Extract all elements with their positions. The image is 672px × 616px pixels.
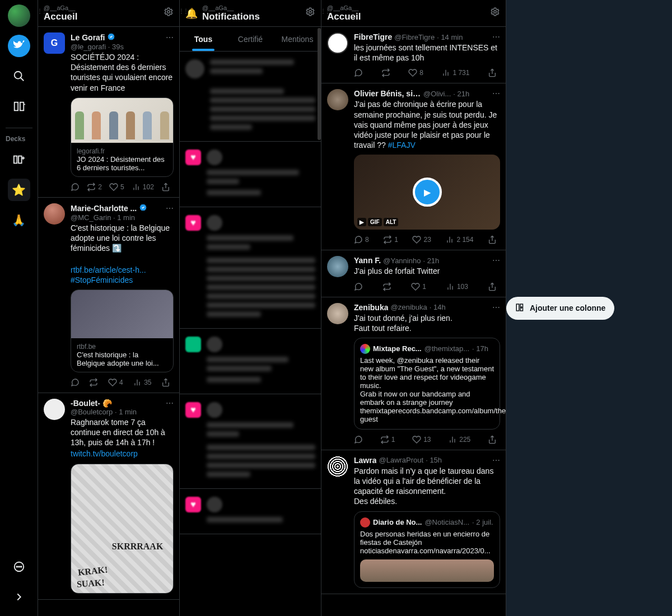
more-icon[interactable]: ⋯	[166, 399, 174, 408]
more-icon[interactable]: ⋯	[166, 33, 174, 42]
avatar[interactable]: G	[44, 32, 65, 54]
more-icon[interactable]: ⋯	[492, 256, 500, 265]
tab-verified[interactable]: Certifié	[227, 27, 274, 51]
deck-pray[interactable]: 🙏	[8, 209, 30, 231]
tab-mentions[interactable]: Mentions	[274, 27, 321, 51]
like-button[interactable]: 8	[408, 68, 423, 77]
collapse-button[interactable]	[8, 586, 30, 608]
reply-button[interactable]	[354, 68, 363, 77]
card-domain: legorafi.fr	[77, 147, 167, 155]
avatar[interactable]	[327, 32, 348, 54]
tweet-link[interactable]: rtbf.be/article/cest-h...	[71, 265, 146, 274]
avatar[interactable]	[327, 256, 348, 277]
views-button[interactable]: 2 154	[445, 235, 473, 244]
notification-item[interactable]	[180, 329, 321, 394]
tweet[interactable]: Zenibuka @zenibuka · 14h ⋯ J'ai tout don…	[321, 297, 506, 450]
link-card[interactable]: legorafi.fr JO 2024 : Désistement des 6 …	[71, 97, 174, 177]
retweet-button[interactable]	[382, 282, 391, 291]
views-button[interactable]: 35	[133, 378, 151, 387]
reply-button[interactable]: 8	[354, 235, 369, 244]
more-icon[interactable]: ⋯	[492, 303, 500, 312]
like-button[interactable]: 13	[412, 435, 431, 444]
more-icon[interactable]: ⋯	[492, 32, 500, 41]
drag-handle-icon[interactable]: ⋮⋮	[38, 8, 46, 14]
tweet[interactable]: G Le Gorafi ⋯ @le_gorafi · 39s SOCIÉTÉJO…	[38, 27, 179, 198]
tweet-time[interactable]: 39s	[112, 43, 124, 51]
author-name[interactable]: Marie-Charlotte ...	[71, 204, 137, 213]
views-button[interactable]: 225	[448, 435, 470, 444]
like-button[interactable]: 5	[109, 183, 124, 192]
columns-icon	[12, 100, 26, 113]
views-button[interactable]: 103	[446, 282, 468, 291]
tab-all[interactable]: Tous	[180, 27, 227, 51]
deck-star[interactable]: ⭐	[8, 179, 30, 201]
retweet-button[interactable]: 2	[87, 183, 102, 192]
tweet[interactable]: Marie-Charlotte ... ⋯ @MC_Garin · 1 min …	[38, 198, 179, 393]
tweet[interactable]: Yann F. @Yanninho · 21h ⋯ J'ai plus de f…	[321, 250, 506, 297]
like-button[interactable]: 23	[412, 235, 431, 244]
retweet-button[interactable]: 1	[380, 435, 395, 444]
author-handle[interactable]: @le_gorafi	[71, 43, 106, 51]
quoted-tweet[interactable]: Diario de No... @NoticiasN... · 2 juil. …	[354, 511, 500, 588]
badge-alt[interactable]: ALT	[384, 218, 399, 226]
more-icon[interactable]: ⋯	[492, 89, 500, 98]
video-player[interactable]: ▶ ▶ GIF ALT	[354, 155, 500, 230]
column-settings-button[interactable]	[305, 7, 315, 19]
notification-item[interactable]: ♥	[180, 489, 321, 534]
search-button[interactable]	[8, 65, 30, 87]
share-button[interactable]	[488, 235, 497, 244]
tweet[interactable]: -Boulet- 🥐 ⋯ @Bouletcorp · 1 min Raghnar…	[38, 393, 179, 600]
tweet[interactable]: FibreTigre @FibreTigre · 14 min ⋯ les jo…	[321, 27, 506, 83]
reply-button[interactable]	[354, 282, 363, 291]
views-button[interactable]: 1 731	[441, 68, 469, 77]
tweet[interactable]: Olivier Bénis, si si c'... @Olivi... · 2…	[321, 83, 506, 250]
retweet-button[interactable]: 1	[383, 235, 398, 244]
avatar[interactable]	[327, 89, 348, 110]
retweet-button[interactable]	[89, 378, 98, 387]
quoted-tweet[interactable]: Mixtape Rec... @themixtap... · 17h Last …	[354, 338, 500, 430]
more-icon[interactable]: ⋯	[492, 456, 500, 465]
hashtag[interactable]: #StopFéminicides	[71, 276, 133, 284]
add-column-button[interactable]: Ajouter une colonne	[506, 297, 614, 320]
more-icon[interactable]: ⋯	[166, 204, 174, 213]
retweet-icon	[185, 337, 201, 352]
avatar[interactable]	[44, 399, 65, 420]
column-handle: @__aGa__	[44, 4, 77, 11]
play-icon[interactable]: ▶	[413, 178, 442, 207]
column-settings-button[interactable]	[164, 7, 174, 19]
manage-columns-button[interactable]	[8, 95, 30, 118]
author-name[interactable]: -Boulet-	[71, 399, 100, 408]
drag-handle-icon[interactable]: ⋮⋮	[321, 8, 329, 14]
column-settings-button[interactable]	[490, 7, 500, 19]
new-deck-button[interactable]	[8, 148, 30, 171]
notification-item[interactable]: ♥	[180, 142, 321, 207]
avatar[interactable]	[327, 456, 348, 477]
author-name[interactable]: Le Gorafi	[71, 33, 105, 42]
retweet-button[interactable]	[381, 68, 390, 77]
notification-item[interactable]: ♥	[180, 394, 321, 489]
share-button[interactable]	[161, 378, 170, 387]
drag-handle-icon[interactable]: ⋮⋮	[180, 8, 188, 14]
tweet[interactable]: Lawra @LawraProut · 15h ⋯ Pardon mais il…	[321, 450, 506, 594]
reply-button[interactable]	[71, 378, 80, 387]
svg-point-20	[309, 11, 312, 13]
link-card[interactable]: rtbf.be C'est historique : la Belgique a…	[71, 290, 174, 372]
views-button[interactable]: 102	[132, 183, 154, 192]
compose-button[interactable]	[8, 35, 30, 57]
notification-item[interactable]	[180, 52, 321, 142]
avatar[interactable]	[327, 303, 348, 324]
reply-button[interactable]	[71, 183, 80, 192]
share-button[interactable]	[488, 282, 497, 291]
like-button[interactable]: 1	[411, 282, 426, 291]
avatar[interactable]	[44, 203, 65, 225]
notification-item[interactable]: ♥	[180, 207, 321, 329]
like-button[interactable]: 4	[108, 378, 123, 387]
share-button[interactable]	[488, 435, 497, 444]
share-button[interactable]	[488, 68, 497, 77]
account-avatar[interactable]	[8, 4, 30, 27]
more-button[interactable]	[8, 556, 30, 578]
media-image[interactable]: KRAK! SUAK! SKRRRAAK	[71, 464, 174, 594]
star-icon: ⭐	[12, 183, 26, 197]
share-button[interactable]	[161, 183, 170, 192]
reply-button[interactable]	[354, 435, 363, 444]
